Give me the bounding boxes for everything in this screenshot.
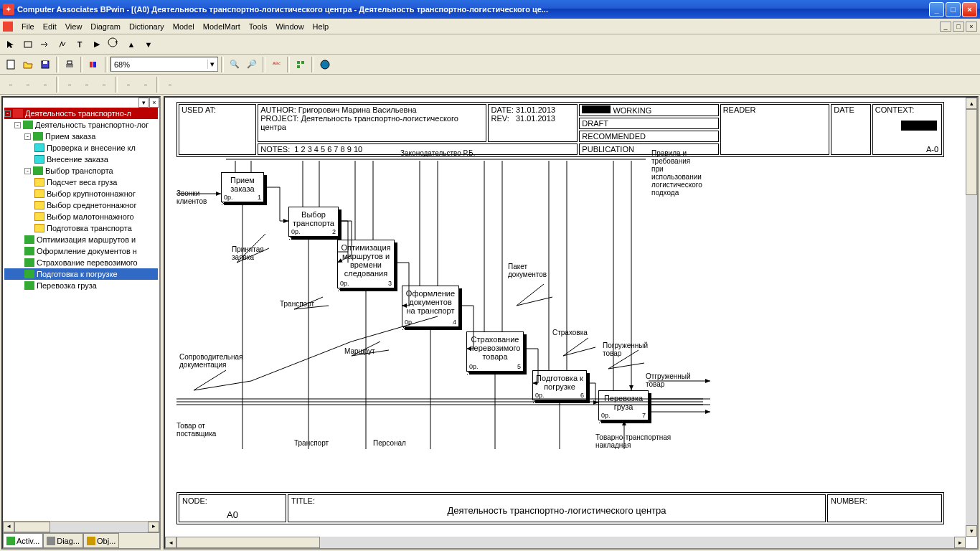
menu-bar: File Edit View Diagram Dictionary Model … — [0, 19, 980, 34]
tree-vybor-3[interactable]: Выбор среднетоннажног — [4, 199, 158, 211]
zoom-in-button[interactable]: 🔍 — [227, 57, 242, 72]
pointer-tool[interactable] — [3, 37, 19, 52]
chevron-down-icon: ▾ — [207, 60, 215, 69]
go-child-tool[interactable] — [106, 37, 122, 52]
open-button[interactable] — [20, 57, 36, 72]
arrows-layer — [165, 98, 977, 548]
canvas-hscroll[interactable]: ◂▸ — [165, 537, 966, 548]
mm-btn-6: ▫ — [96, 77, 112, 93]
label-zvonki: Звонки клиентов — [176, 189, 207, 205]
canvas-vscroll[interactable]: ▴▾ — [966, 98, 977, 537]
svg-rect-9 — [301, 61, 304, 64]
zoom-combo[interactable]: 68%▾ — [110, 57, 218, 72]
tree-priem-1[interactable]: Проверка и внесение кл — [4, 142, 158, 154]
tree-vybor[interactable]: -Выбор транспорта — [4, 165, 158, 176]
tree-vybor-1[interactable]: Подсчет веса груза — [4, 176, 158, 188]
mm-btn-8: ▫ — [138, 77, 154, 93]
sidebar-close-button[interactable]: × — [149, 98, 159, 108]
zoom-out-button[interactable]: 🔎 — [244, 57, 260, 72]
menu-diagram[interactable]: Diagram — [86, 21, 125, 32]
new-button[interactable] — [3, 57, 19, 72]
menu-tools[interactable]: Tools — [245, 21, 272, 32]
svg-rect-5 — [67, 61, 72, 64]
menu-view[interactable]: View — [61, 21, 87, 32]
app-icon: ✦ — [3, 4, 14, 15]
tree-priem-2[interactable]: Внесение заказа — [4, 154, 158, 165]
save-button[interactable] — [37, 57, 53, 72]
tree-a0[interactable]: -Деятельность транспортно-лог — [4, 119, 158, 131]
toolbar-shapes: T ▶ ▲ ▼ — [0, 34, 980, 55]
print-button[interactable] — [62, 57, 77, 72]
mm-btn-4: ▫ — [62, 77, 77, 93]
tree-perev[interactable]: Перевозка груза — [4, 280, 158, 291]
go-parent-tool[interactable]: ▶ — [89, 37, 105, 52]
mm-btn-5: ▫ — [79, 77, 95, 93]
mm-btn-1: ▫ — [3, 77, 19, 93]
mm-btn-7: ▫ — [121, 77, 136, 93]
box-2[interactable]: Выбор транспорта0р.2 — [288, 207, 339, 237]
tree-vybor-4[interactable]: Выбор малотоннажного — [4, 211, 158, 222]
text-tool[interactable]: T — [72, 37, 88, 52]
label-zakon: Законодательство Р.Б. — [400, 149, 475, 157]
mm-btn-2: ▫ — [20, 77, 36, 93]
menu-model[interactable]: Model — [169, 21, 199, 32]
box-3[interactable]: Оптимизация маршрутов и времени следован… — [337, 240, 395, 288]
diagram-canvas[interactable]: USED AT: AUTHOR: Григорович Марина Васил… — [164, 96, 979, 550]
mm-btn-3: ▫ — [37, 77, 53, 93]
menu-window[interactable]: Window — [271, 21, 308, 32]
spellcheck-button[interactable]: ᴬᴮᶜ — [268, 57, 284, 72]
menu-help[interactable]: Help — [308, 21, 334, 32]
box-1[interactable]: Прием заказа0р.1 — [221, 172, 264, 202]
tree-vybor-2[interactable]: Выбор крупнотоннажног — [4, 188, 158, 199]
menu-modelmart[interactable]: ModelMart — [199, 21, 245, 32]
svg-rect-0 — [24, 42, 32, 47]
svg-rect-8 — [297, 61, 300, 64]
svg-rect-6 — [90, 62, 93, 67]
sidebar-tab-objects[interactable]: Obj... — [83, 533, 119, 548]
up-tool[interactable]: ▲ — [123, 37, 139, 52]
mdi-restore-icon[interactable] — [3, 22, 13, 32]
label-paket: Пакет документов — [508, 263, 547, 278]
tree-root[interactable]: -Деятельность транспортно-л — [4, 108, 158, 119]
window-titlebar: ✦ Computer Associates BPwin - [(A0) Деят… — [0, 0, 980, 19]
box-7[interactable]: Перевозка груза0р.7 — [598, 390, 649, 420]
maximize-button[interactable]: □ — [946, 2, 961, 17]
idef-header: USED AT: AUTHOR: Григорович Марина Васил… — [176, 102, 944, 157]
model-explorer-button[interactable] — [293, 57, 308, 72]
menu-dictionary[interactable]: Dictionary — [125, 21, 169, 32]
window-title: Computer Associates BPwin - [(A0) Деятел… — [17, 5, 929, 14]
tree-view[interactable]: -Деятельность транспортно-л -Деятельност… — [3, 98, 159, 521]
tree-vybor-5[interactable]: Подготовка транспорта — [4, 222, 158, 234]
label-strahovka: Страховка — [552, 329, 588, 336]
box-4[interactable]: Оформление документов на транспорт0р.4 — [402, 286, 459, 327]
squiggle-tool[interactable] — [55, 37, 70, 52]
close-button[interactable]: × — [962, 2, 977, 17]
minimize-button[interactable]: _ — [929, 2, 944, 17]
label-transport2: Транспорт — [294, 439, 329, 447]
modelmart-button[interactable] — [317, 57, 333, 72]
sidebar-tab-diagrams[interactable]: Diag... — [43, 533, 83, 548]
sidebar-float-button[interactable]: ▾ — [138, 98, 149, 108]
menu-edit[interactable]: Edit — [39, 21, 61, 32]
menu-file[interactable]: File — [17, 21, 39, 32]
down-tool[interactable]: ▼ — [141, 37, 156, 52]
arrow-tool[interactable] — [37, 37, 53, 52]
mdi-min-button[interactable]: _ — [940, 22, 951, 32]
box-tool[interactable] — [20, 37, 36, 52]
label-zayavka: Принятая заявка — [232, 245, 264, 261]
sidebar-tab-activities[interactable]: Activ... — [3, 533, 43, 548]
tree-podg[interactable]: Подготовка к погрузке — [4, 268, 158, 280]
tree-oform[interactable]: Оформление документов н — [4, 245, 158, 257]
box-6[interactable]: Подготовка к погрузке0р.6 — [532, 370, 587, 400]
mdi-max-button[interactable]: □ — [953, 22, 964, 32]
tree-strah[interactable]: Страхование перевозимого — [4, 257, 158, 268]
report-button[interactable] — [86, 57, 102, 72]
tree-opt[interactable]: Оптимизация маршрутов и — [4, 234, 158, 245]
label-personal: Персонал — [373, 439, 406, 447]
mdi-close-button[interactable]: × — [966, 22, 977, 32]
sidebar-hscroll[interactable]: ◂▸ — [3, 521, 159, 532]
tree-priem[interactable]: -Прием заказа — [4, 131, 158, 142]
label-ttn: Товарно-транспортная накладная — [595, 433, 671, 449]
box-5[interactable]: Страхование перевозимого товара0р.5 — [466, 331, 524, 372]
svg-rect-7 — [93, 62, 96, 67]
